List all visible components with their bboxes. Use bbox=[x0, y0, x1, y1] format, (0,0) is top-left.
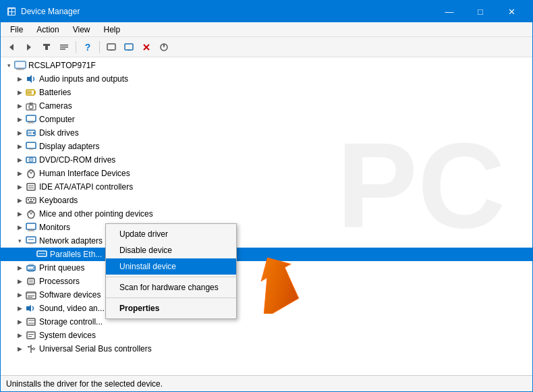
cameras-expander[interactable]: ▶ bbox=[14, 101, 25, 111]
parallels-expander bbox=[25, 249, 36, 260]
storage-icon bbox=[25, 316, 37, 327]
close-button[interactable]: ✕ bbox=[496, 1, 527, 22]
svg-rect-14 bbox=[125, 44, 133, 50]
network-icon bbox=[25, 235, 37, 246]
status-bar: Uninstalls the driver for the selected d… bbox=[1, 375, 532, 391]
hid-expander[interactable]: ▶ bbox=[14, 168, 25, 179]
software-expander[interactable]: ▶ bbox=[14, 289, 25, 300]
tree-item-dvd[interactable]: ▶ DVD/CD-ROM drives bbox=[1, 153, 532, 167]
svg-marker-25 bbox=[27, 75, 32, 83]
sound-expander[interactable]: ▶ bbox=[14, 303, 25, 314]
up-button[interactable] bbox=[38, 39, 55, 55]
svg-rect-46 bbox=[27, 184, 35, 190]
scan-toolbar-btn[interactable] bbox=[156, 39, 172, 55]
svg-rect-78 bbox=[26, 292, 36, 294]
display-label: Display adapters bbox=[39, 142, 99, 151]
hid-label: Human Interface Devices bbox=[39, 169, 130, 178]
batteries-expander[interactable]: ▶ bbox=[14, 87, 25, 98]
tree-item-storage[interactable]: ▶ Storage controll... bbox=[1, 315, 532, 329]
tree-item-ide[interactable]: ▶ IDE ATA/ATAPI controllers bbox=[1, 180, 532, 194]
processors-label: Processors bbox=[39, 277, 80, 286]
menu-action[interactable]: Action bbox=[30, 24, 65, 36]
menu-file[interactable]: File bbox=[3, 24, 30, 36]
svg-rect-7 bbox=[43, 44, 50, 46]
tree-item-system[interactable]: ▶ System devices bbox=[1, 329, 532, 342]
cameras-label: Cameras bbox=[39, 101, 72, 111]
tree-item-usb[interactable]: ▶ Universal Serial Bus controllers bbox=[1, 342, 532, 356]
svg-rect-61 bbox=[29, 243, 33, 244]
svg-rect-79 bbox=[28, 296, 34, 296]
context-update-driver[interactable]: Update driver bbox=[106, 226, 236, 242]
computer-label: Computer bbox=[39, 115, 75, 124]
mice-expander[interactable]: ▶ bbox=[14, 208, 25, 219]
print-expander[interactable]: ▶ bbox=[14, 262, 25, 273]
svg-rect-38 bbox=[26, 142, 36, 148]
forward-button[interactable] bbox=[21, 39, 37, 55]
display-expander[interactable]: ▶ bbox=[14, 141, 25, 152]
device-tree[interactable]: PC ▾ RCSLAPTOP971F ▶ bbox=[1, 57, 532, 375]
tree-item-monitors[interactable]: ▶ Monitors bbox=[1, 221, 532, 234]
tree-item-cameras[interactable]: ▶ Cameras bbox=[1, 99, 532, 113]
context-disable-device[interactable]: Disable device bbox=[106, 242, 236, 258]
dvd-icon bbox=[25, 155, 37, 165]
display2-toolbar-btn[interactable] bbox=[121, 39, 137, 55]
dvd-expander[interactable]: ▶ bbox=[14, 155, 25, 165]
help-toolbar-btn[interactable]: ? bbox=[80, 39, 96, 55]
tree-item-computer[interactable]: ▶ Computer bbox=[1, 113, 532, 126]
ide-expander[interactable]: ▶ bbox=[14, 181, 25, 192]
computer-expander[interactable]: ▶ bbox=[14, 114, 25, 125]
back-button[interactable] bbox=[3, 39, 20, 55]
tree-item-batteries[interactable]: ▶ Batteries bbox=[1, 86, 532, 99]
svg-rect-37 bbox=[28, 132, 32, 134]
svg-rect-52 bbox=[33, 199, 34, 200]
svg-point-86 bbox=[34, 323, 35, 324]
tree-item-keyboards[interactable]: ▶ Keyboards bbox=[1, 194, 532, 207]
window-icon bbox=[6, 6, 17, 17]
disk-expander[interactable]: ▶ bbox=[14, 128, 25, 138]
svg-rect-1 bbox=[9, 9, 11, 11]
svg-rect-4 bbox=[12, 12, 15, 15]
svg-marker-5 bbox=[9, 44, 13, 51]
tree-item-audio[interactable]: ▶ Audio inputs and outputs bbox=[1, 72, 532, 86]
properties-toolbar-btn[interactable] bbox=[56, 39, 72, 55]
menu-help[interactable]: Help bbox=[97, 24, 128, 36]
svg-rect-82 bbox=[27, 318, 35, 325]
context-uninstall-device[interactable]: Uninstall device bbox=[106, 258, 236, 275]
svg-point-68 bbox=[33, 267, 34, 269]
svg-point-85 bbox=[34, 320, 35, 321]
disk-icon bbox=[25, 128, 37, 138]
tree-item-mice[interactable]: ▶ Mice and other pointing devices bbox=[1, 207, 532, 221]
tree-item-hid[interactable]: ▶ Human Interface Devices bbox=[1, 167, 532, 180]
storage-expander[interactable]: ▶ bbox=[14, 316, 25, 327]
svg-rect-2 bbox=[12, 9, 15, 11]
usb-expander[interactable]: ▶ bbox=[14, 343, 25, 354]
maximize-button[interactable]: □ bbox=[465, 1, 496, 22]
svg-rect-53 bbox=[29, 201, 33, 202]
processors-expander[interactable]: ▶ bbox=[14, 276, 25, 287]
system-expander[interactable]: ▶ bbox=[14, 330, 25, 341]
window-title: Device Manager bbox=[21, 7, 434, 16]
ide-icon bbox=[25, 181, 37, 192]
svg-point-36 bbox=[33, 132, 35, 134]
delete-toolbar-btn[interactable] bbox=[138, 39, 155, 55]
audio-expander[interactable]: ▶ bbox=[14, 74, 25, 84]
context-properties[interactable]: Properties bbox=[106, 300, 236, 316]
context-scan-changes[interactable]: Scan for hardware changes bbox=[106, 279, 236, 296]
network-expander[interactable]: ▾ bbox=[14, 235, 25, 246]
svg-marker-6 bbox=[27, 44, 31, 51]
display-toolbar-btn[interactable] bbox=[103, 39, 119, 55]
tree-item-disk[interactable]: ▶ Disk drives bbox=[1, 126, 532, 140]
tree-item-display[interactable]: ▶ Display adapters bbox=[1, 140, 532, 153]
monitors-label: Monitors bbox=[39, 223, 70, 232]
keyboards-expander[interactable]: ▶ bbox=[14, 195, 25, 206]
svg-rect-33 bbox=[29, 121, 33, 123]
tree-root[interactable]: ▾ RCSLAPTOP971F bbox=[1, 59, 532, 72]
monitors-expander[interactable]: ▶ bbox=[14, 222, 25, 233]
minimize-button[interactable]: — bbox=[434, 1, 465, 22]
display-icon bbox=[25, 141, 37, 152]
menu-view[interactable]: View bbox=[66, 24, 97, 36]
svg-rect-80 bbox=[28, 297, 32, 298]
tree-item-network[interactable]: ▾ Network adapters bbox=[1, 234, 532, 248]
parallels-label: Parallels Eth... bbox=[50, 250, 102, 259]
root-expander[interactable]: ▾ bbox=[3, 60, 14, 71]
